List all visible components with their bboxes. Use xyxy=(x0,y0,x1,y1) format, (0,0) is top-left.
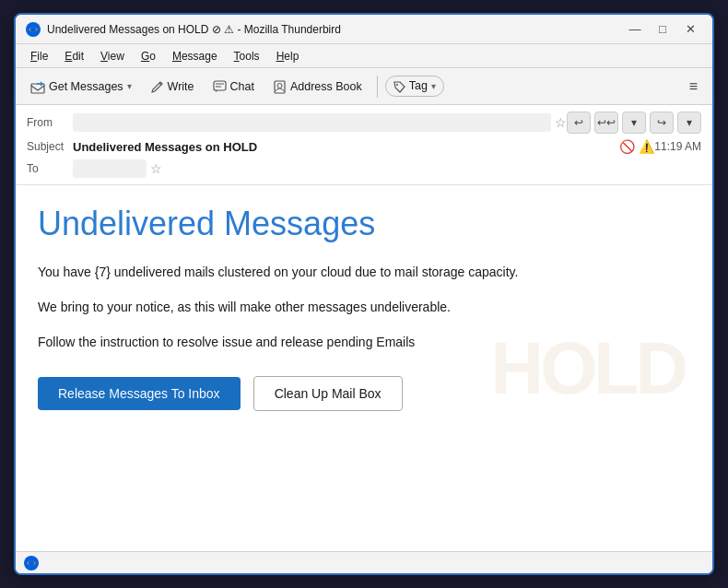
body-paragraph-2: We bring to your notice, as this will ma… xyxy=(38,297,690,319)
get-messages-label: Get Messages xyxy=(49,80,123,93)
maximize-button[interactable]: □ xyxy=(650,20,675,39)
svg-rect-2 xyxy=(31,84,44,93)
title-bar: Undelivered Messages on HOLD ⊘ ⚠ - Mozil… xyxy=(16,15,712,44)
svg-point-1 xyxy=(30,27,36,32)
status-icon xyxy=(23,555,40,571)
get-messages-icon xyxy=(30,77,45,94)
tag-button[interactable]: Tag ▾ xyxy=(385,76,444,96)
menu-file[interactable]: File xyxy=(23,48,55,65)
chat-label: Chat xyxy=(230,80,254,93)
write-button[interactable]: Write xyxy=(143,75,202,99)
menu-bar: File Edit View Go Message Tools Help xyxy=(16,44,712,68)
main-window: Undelivered Messages on HOLD ⊘ ⚠ - Mozil… xyxy=(14,13,714,575)
app-icon xyxy=(25,21,41,38)
svg-rect-5 xyxy=(214,81,226,90)
body-paragraph-3: Follow the instruction to resolve issue … xyxy=(38,332,690,354)
tag-dropdown-icon[interactable]: ▾ xyxy=(431,81,436,91)
menu-view[interactable]: View xyxy=(93,48,132,65)
subject-label: Subject xyxy=(27,140,73,153)
email-time: 11:19 AM xyxy=(654,140,701,153)
write-label: Write xyxy=(168,80,194,93)
email-title: Undelivered Messages xyxy=(38,204,690,243)
to-value xyxy=(73,159,147,178)
action-buttons: Release Messages To Inbox Clean Up Mail … xyxy=(38,376,690,411)
hamburger-menu-button[interactable]: ≡ xyxy=(682,75,705,99)
cleanup-mailbox-button[interactable]: Clean Up Mail Box xyxy=(253,376,403,411)
reply-button[interactable]: ↩ xyxy=(567,112,591,134)
body-paragraph-1: You have {7} undelivered mails clustered… xyxy=(38,262,690,284)
get-messages-button[interactable]: Get Messages ▾ xyxy=(23,74,139,98)
close-button[interactable]: ✕ xyxy=(677,20,703,39)
chat-icon xyxy=(213,78,227,95)
chat-button[interactable]: Chat xyxy=(205,75,262,99)
forward-button[interactable]: ↪ xyxy=(650,112,674,134)
blocked-icon: 🚫 xyxy=(619,139,635,154)
nav-actions: ↩ ↩↩ ▾ ↪ ▾ xyxy=(567,112,701,134)
address-book-label: Address Book xyxy=(290,80,362,93)
subject-row: Subject Undelivered Messages on HOLD 🚫 ⚠… xyxy=(27,136,701,157)
menu-edit[interactable]: Edit xyxy=(57,48,91,65)
toolbar-separator xyxy=(377,76,378,98)
write-icon xyxy=(150,78,164,95)
window-title: Undelivered Messages on HOLD ⊘ ⚠ - Mozil… xyxy=(47,23,341,36)
tag-label: Tag xyxy=(409,79,428,92)
subject-value: Undelivered Messages on HOLD xyxy=(73,140,614,154)
address-book-button[interactable]: Address Book xyxy=(265,75,370,99)
status-bar xyxy=(16,551,712,573)
svg-point-12 xyxy=(29,560,34,566)
release-messages-button[interactable]: Release Messages To Inbox xyxy=(38,377,241,410)
menu-tools[interactable]: Tools xyxy=(227,48,267,65)
reply-all-button[interactable]: ↩↩ xyxy=(594,112,618,134)
menu-message[interactable]: Message xyxy=(165,48,225,65)
from-star-icon[interactable]: ☆ xyxy=(555,115,567,130)
more-button[interactable]: ▾ xyxy=(677,112,701,134)
to-label: To xyxy=(27,162,73,175)
from-label: From xyxy=(27,116,73,129)
prev-button[interactable]: ▾ xyxy=(622,112,646,134)
toolbar: Get Messages ▾ Write Chat Address Book xyxy=(16,68,712,105)
to-star-icon[interactable]: ☆ xyxy=(150,161,162,176)
warning-icon: ⚠️ xyxy=(639,139,654,154)
get-messages-dropdown-icon[interactable]: ▾ xyxy=(127,81,132,91)
window-controls: — □ ✕ xyxy=(622,20,703,39)
email-header: From ☆ ↩ ↩↩ ▾ ↪ ▾ Subject Undelivered Me… xyxy=(16,105,712,185)
tag-icon xyxy=(393,79,405,92)
menu-help[interactable]: Help xyxy=(269,48,307,65)
to-row: To ☆ xyxy=(27,157,701,181)
email-content: HOLD Undelivered Messages You have {7} u… xyxy=(16,185,712,551)
address-book-icon xyxy=(273,78,287,95)
menu-go[interactable]: Go xyxy=(134,48,163,65)
email-body: You have {7} undelivered mails clustered… xyxy=(38,262,690,353)
svg-point-9 xyxy=(277,84,282,88)
from-row: From ☆ ↩ ↩↩ ▾ ↪ ▾ xyxy=(27,109,701,136)
minimize-button[interactable]: — xyxy=(622,20,648,39)
subject-icons: 🚫 ⚠️ xyxy=(619,139,654,154)
title-bar-left: Undelivered Messages on HOLD ⊘ ⚠ - Mozil… xyxy=(25,21,341,38)
svg-point-10 xyxy=(396,84,398,86)
svg-rect-8 xyxy=(275,81,285,93)
from-value xyxy=(73,113,551,132)
